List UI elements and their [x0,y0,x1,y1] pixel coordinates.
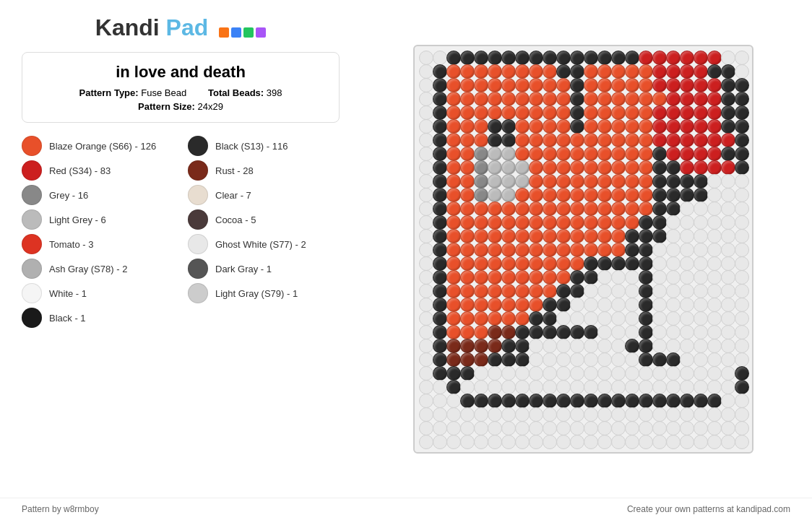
bead-cell [652,366,667,381]
bead-cell [501,215,516,230]
bead-cell [666,147,681,161]
bead-cell [666,298,681,312]
bead-cell [611,270,626,285]
bead-cell [680,51,694,65]
bead-cell [721,51,735,65]
bead-cell [543,188,557,202]
bead-cell [611,380,626,394]
pattern-title: in love and death [51,63,310,82]
bead-cell [460,105,475,120]
bead-cell [611,243,626,257]
bead-cell [515,92,530,106]
bead-cell [597,64,612,79]
bead-cell [515,229,530,243]
bead-cell [721,284,735,298]
bead-cell [556,339,571,353]
bead-cell [446,270,461,285]
bead-cell [556,133,571,147]
bead-cell [611,188,626,202]
bead-cell [694,339,708,353]
bead-cell [501,325,516,339]
bead-cell [433,188,447,202]
bead-cell [639,229,653,243]
bead-cell [707,380,722,394]
bead-cell [446,284,461,298]
bead-cell [474,64,488,79]
bead-cell [433,366,447,381]
bead-cell [694,298,708,312]
bead-cell [735,435,749,449]
bead-cell [597,105,612,120]
bead-cell [556,366,571,381]
bead-cell [556,394,571,408]
bead-cell [721,394,735,408]
title-box: in love and death Pattern Type: Fuse Bea… [22,52,340,123]
bead-cell [639,174,653,188]
bead-cell [515,325,530,339]
bead-label: White - 1 [49,288,87,299]
bead-cell [474,202,488,216]
bead-cell [433,174,447,188]
bead-cell [556,256,571,271]
bead-cell [611,394,626,408]
bead-cell [666,160,681,175]
bead-cell [584,421,598,436]
bead-cell [584,325,598,339]
bead-cell [501,311,516,326]
bead-cell [721,119,735,134]
bead-cell [543,380,557,394]
bead-cell [446,202,461,216]
bead-cell [735,188,749,202]
bead-cell [446,119,461,134]
bead-cell [460,215,475,230]
bead-cell [735,366,749,381]
bead-cell [501,243,516,257]
bead-cell [666,435,681,449]
bead-cell [639,243,653,257]
bead-cell [584,229,598,243]
bead-cell [721,188,735,202]
bead-label: Clear - 7 [215,190,251,201]
bead-cell [707,298,722,312]
bead-cell [611,78,626,92]
bead-cell [625,119,639,134]
bead-cell [419,229,433,243]
bead-cell [556,147,571,161]
bead-cell [446,352,461,367]
bead-cell [488,325,502,339]
bead-cell [584,284,598,298]
bead-cell [639,435,653,449]
bead-cell [556,284,571,298]
bead-cell [584,366,598,381]
bead-cell [433,435,447,449]
bead-cell [556,174,571,188]
bead-cell [529,256,543,271]
bead-cell [433,380,447,394]
bead-cell [721,202,735,216]
bead-cell [488,174,502,188]
bead-cell [570,202,584,216]
bead-cell [529,284,543,298]
bead-swatch [22,160,42,181]
bead-cell [460,435,475,449]
bead-cell [584,435,598,449]
bead-item: Blaze Orange (S66) - 126 [22,136,173,156]
bead-item: Tomato - 3 [22,234,173,254]
bead-cell [488,147,502,161]
bead-cell [543,92,557,106]
bead-cell [501,394,516,408]
bead-cell [460,339,475,353]
logo-icon-blue [231,27,241,38]
bead-cell [694,421,708,436]
bead-item: Light Grey - 6 [22,209,173,230]
bead-cell [652,352,667,367]
bead-cell [474,51,488,65]
bead-cell [515,380,530,394]
bead-cell [433,105,447,120]
bead-cell [625,311,639,326]
bead-cell [639,105,653,120]
bead-item: Dark Gray - 1 [188,259,340,279]
bead-cell [639,51,653,65]
bead-cell [488,298,502,312]
bead-cell [735,133,749,147]
